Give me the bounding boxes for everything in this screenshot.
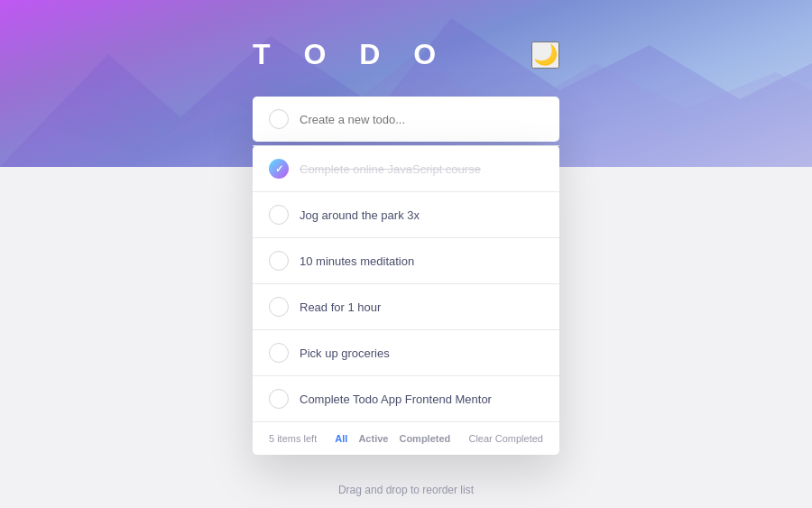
todo-footer: 5 items left All Active Completed Clear … <box>253 421 559 455</box>
todo-text: Complete online JavaScript course <box>300 162 543 176</box>
todo-text: Complete Todo App Frontend Mentor <box>300 393 543 406</box>
todo-item[interactable]: Read for 1 hour <box>253 283 559 329</box>
todo-circle-button[interactable] <box>269 389 289 409</box>
drag-hint: Drag and drop to reorder list <box>338 484 474 496</box>
app-container: T O D O 🌙 Complete online JavaScript cou… <box>0 0 812 508</box>
todo-item[interactable]: Complete Todo App Frontend Mentor <box>253 375 559 421</box>
items-left-count: 5 items left <box>269 433 317 444</box>
filter-all-button[interactable]: All <box>335 433 347 444</box>
filter-active-button[interactable]: Active <box>358 433 388 444</box>
new-todo-input[interactable] <box>300 113 543 126</box>
todo-item[interactable]: Complete online JavaScript course <box>253 145 559 191</box>
theme-toggle-button[interactable]: 🌙 <box>531 42 559 69</box>
app-title: T O D O <box>253 38 448 71</box>
todo-circle-button[interactable] <box>269 205 289 225</box>
todo-text: Jog around the park 3x <box>300 208 543 222</box>
new-todo-row <box>253 97 559 142</box>
todo-text: 10 minutes meditation <box>300 254 543 268</box>
todo-circle-button[interactable] <box>269 251 289 271</box>
todo-circle-button[interactable] <box>269 159 289 179</box>
todo-list-card: Complete online JavaScript courseJog aro… <box>253 145 559 455</box>
todo-item[interactable]: Jog around the park 3x <box>253 191 559 237</box>
todo-circle-button[interactable] <box>269 297 289 317</box>
todo-text: Pick up groceries <box>300 346 543 360</box>
todo-list: Complete online JavaScript courseJog aro… <box>253 145 559 421</box>
filter-completed-button[interactable]: Completed <box>399 433 450 444</box>
todo-text: Read for 1 hour <box>300 300 543 314</box>
app-header: T O D O 🌙 <box>253 38 559 71</box>
new-todo-card <box>253 97 559 142</box>
todo-item[interactable]: 10 minutes meditation <box>253 237 559 283</box>
clear-completed-button[interactable]: Clear Completed <box>468 433 543 444</box>
todo-item[interactable]: Pick up groceries <box>253 329 559 375</box>
filter-buttons: All Active Completed <box>335 433 450 444</box>
todo-circle-button[interactable] <box>269 343 289 363</box>
new-todo-circle[interactable] <box>269 109 289 129</box>
